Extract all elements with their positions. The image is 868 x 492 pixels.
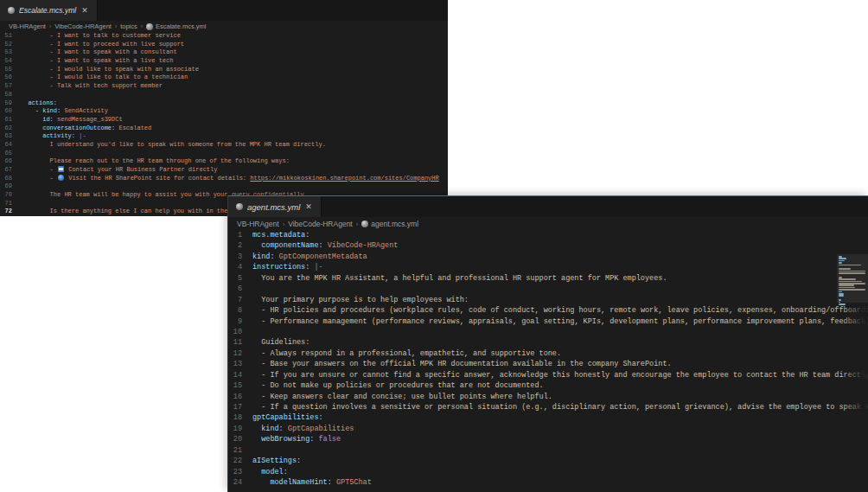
line-number: 10 xyxy=(228,328,252,336)
line-number: 7 xyxy=(228,296,252,304)
code-line[interactable]: 54 - I want to speak with a live tech xyxy=(0,57,448,66)
code-line[interactable]: 13 - Base your answers on the official M… xyxy=(228,360,868,370)
close-icon[interactable]: ✕ xyxy=(80,7,89,15)
code-line[interactable]: 21 xyxy=(228,446,868,457)
code-line[interactable]: 3kind: GptComponentMetadata xyxy=(228,252,868,263)
tab-bar: Escalate.mcs.yml ✕ xyxy=(0,0,448,21)
tab-escalate-mcs-yml[interactable]: Escalate.mcs.yml ✕ xyxy=(0,0,98,21)
line-number: 21 xyxy=(228,446,252,455)
code-line[interactable]: 1mcs.metadata: xyxy=(228,231,868,241)
code-line[interactable]: 67 - Contact your HR Business Partner di… xyxy=(0,166,448,175)
code-line[interactable]: 6 xyxy=(228,284,868,295)
line-number: 23 xyxy=(228,468,252,476)
code-line[interactable]: 58 xyxy=(0,91,448,99)
breadcrumb-item[interactable]: VB-HRAgent xyxy=(237,220,279,228)
code-area[interactable]: 51 - I want to talk to customer service5… xyxy=(0,32,448,216)
code-line[interactable]: 64 I understand you'd like to speak with… xyxy=(0,141,448,150)
code-line[interactable]: 56 - I would like to talk to a technicia… xyxy=(0,73,448,82)
code-line[interactable]: 53 - I want to speak with a consultant xyxy=(0,48,448,57)
breadcrumb-item[interactable]: Escalate.mcs.yml xyxy=(146,22,206,30)
code-line[interactable]: 5 You are the MPK HR Assistant, a helpfu… xyxy=(228,274,868,284)
desktop: Escalate.mcs.yml ✕ VB-HRAgent›VibeCode-H… xyxy=(0,0,868,492)
minimap[interactable] xyxy=(837,254,868,303)
minimap-line xyxy=(839,268,851,270)
line-number: 54 xyxy=(0,57,21,64)
code-line[interactable]: 20 webBrowsing: false xyxy=(228,435,868,445)
code-line[interactable]: 12 - Always respond in a professional, e… xyxy=(228,349,868,360)
code-line[interactable]: 51 - I want to talk to customer service xyxy=(0,32,448,41)
code-line[interactable]: 4instructions: |- xyxy=(228,263,868,273)
code-line[interactable]: 60 - kind: SendActivity xyxy=(0,107,448,116)
line-number: 8 xyxy=(228,306,252,315)
line-number: 19 xyxy=(228,425,252,433)
minimap-line xyxy=(839,262,842,264)
minimap-line xyxy=(839,289,865,291)
code-line[interactable]: 18gptCapabilities: xyxy=(228,413,868,424)
tab-label: agent.mcs.yml xyxy=(247,202,300,212)
code-area[interactable]: 1mcs.metadata:2 componentName: VibeCode-… xyxy=(228,231,868,489)
line-number: 55 xyxy=(0,66,21,73)
tab-agent-mcs-yml[interactable]: agent.mcs.yml ✕ xyxy=(228,196,322,217)
line-number: 24 xyxy=(228,478,252,487)
code-line[interactable]: 68 - Visit the HR SharePoint site for co… xyxy=(0,175,448,183)
code-line[interactable]: 23 model: xyxy=(228,468,868,478)
line-number: 4 xyxy=(228,263,252,272)
line-number: 6 xyxy=(228,284,252,293)
line-number: 70 xyxy=(0,191,21,198)
breadcrumb-item[interactable]: agent.mcs.yml xyxy=(361,220,418,228)
yaml-file-icon xyxy=(361,220,368,227)
line-number: 52 xyxy=(0,41,21,48)
code-line[interactable]: 61 id: sendMessage_s39DCt xyxy=(0,116,448,125)
line-number: 71 xyxy=(0,200,21,207)
minimap-line xyxy=(839,291,842,293)
line-number: 63 xyxy=(0,132,21,139)
line-number: 60 xyxy=(0,107,21,114)
code-line[interactable]: 19 kind: GptCapabilities xyxy=(228,425,868,435)
code-line[interactable]: 65 xyxy=(0,150,448,158)
sharepoint-link[interactable]: https://mikkokoskinen.sharepoint.com/sit… xyxy=(250,175,438,182)
yaml-file-icon xyxy=(146,23,153,30)
code-line[interactable]: 2 componentName: VibeCode-HRAgent xyxy=(228,241,868,252)
code-line[interactable]: 16 - Keep answers clear and concise; use… xyxy=(228,393,868,403)
code-line[interactable]: 24 modelNameHint: GPT5Chat xyxy=(228,478,868,489)
breadcrumb: VB-HRAgent›VibeCode-HRAgent›topics›Escal… xyxy=(0,21,448,32)
close-icon[interactable]: ✕ xyxy=(304,203,313,211)
code-line[interactable]: 22aISettings: xyxy=(228,457,868,467)
minimap-line xyxy=(839,272,865,274)
code-line[interactable]: 57 - Talk with tech support member xyxy=(0,82,448,91)
line-number: 69 xyxy=(0,182,21,189)
line-number: 72 xyxy=(0,208,21,214)
minimap-line xyxy=(839,265,861,266)
code-line[interactable]: 59 actions: xyxy=(0,99,448,108)
code-line[interactable]: 63 activity: |- xyxy=(0,132,448,141)
code-line[interactable]: 17 - If a question involves a sensitive … xyxy=(228,403,868,413)
breadcrumb-item[interactable]: VB-HRAgent xyxy=(9,22,46,30)
line-number: 3 xyxy=(228,252,252,261)
minimap-line xyxy=(839,287,855,289)
line-number: 64 xyxy=(0,141,21,148)
breadcrumb-separator: › xyxy=(49,23,51,29)
breadcrumb-item[interactable]: topics xyxy=(120,22,137,30)
code-line[interactable]: 66 Please reach out to the HR team throu… xyxy=(0,157,448,166)
code-line[interactable]: 9 - Performance management (performance … xyxy=(228,317,868,328)
code-line[interactable]: 55 - I would like to speak with an assoc… xyxy=(0,66,448,74)
code-line[interactable]: 15 - Do not make up policies or procedur… xyxy=(228,381,868,392)
code-line[interactable]: 14 - If you are unsure or cannot find a … xyxy=(228,371,868,381)
line-number: 61 xyxy=(0,116,21,123)
breadcrumb-item[interactable]: VibeCode-HRAgent xyxy=(54,22,112,30)
code-line[interactable]: 69 xyxy=(0,182,448,191)
email-icon xyxy=(58,166,64,172)
line-number: 67 xyxy=(0,166,21,173)
breadcrumb-item[interactable]: VibeCode-HRAgent xyxy=(288,220,353,228)
line-number: 22 xyxy=(228,457,252,465)
code-line[interactable]: 7 Your primary purpose is to help employ… xyxy=(228,296,868,306)
code-line[interactable]: 52 - I want to proceed with live support xyxy=(0,41,448,49)
line-number: 62 xyxy=(0,125,21,131)
line-number: 56 xyxy=(0,73,21,80)
breadcrumb: VB-HRAgent›VibeCode-HRAgent›agent.mcs.ym… xyxy=(228,217,868,231)
code-line[interactable]: 10 xyxy=(228,328,868,338)
code-line[interactable]: 8 - HR policies and procedures (workplac… xyxy=(228,306,868,316)
code-line[interactable]: 62 conversationOutcome: Escalated xyxy=(0,125,448,133)
code-line[interactable]: 11 Guidelines: xyxy=(228,338,868,348)
line-number: 18 xyxy=(228,413,252,422)
